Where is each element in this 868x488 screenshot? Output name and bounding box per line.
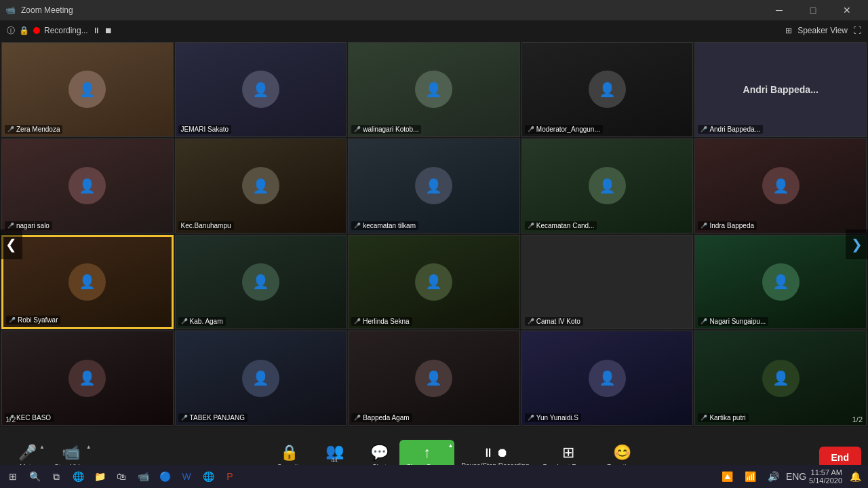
mute-caret[interactable]: ▲ <box>39 444 45 450</box>
mic-muted-icon-18: 🎤 <box>354 415 361 421</box>
video-cell-5[interactable]: Andri Bappeda... 🎤 Andri Bappeda... <box>694 42 867 137</box>
edge-taskbar-icon[interactable]: 🌐 <box>68 466 88 487</box>
stop-recording-btn[interactable]: ⏹ <box>104 26 113 35</box>
language-indicator[interactable]: ENG <box>786 466 806 487</box>
next-page-button[interactable]: ❯ <box>846 229 868 259</box>
recording-label: Recording... <box>44 26 88 35</box>
video-cell-7[interactable]: 👤 Kec.Banuhampu <box>175 138 347 233</box>
notification-icon[interactable]: 🔼 <box>717 466 737 487</box>
taskbar-right: 🔼 📶 🔊 ENG 11:57 AM 5/14/2020 🔔 <box>717 466 865 487</box>
breakout-icon: ⊞ <box>562 444 574 462</box>
zoom-taskbar-icon[interactable]: 📹 <box>133 466 153 487</box>
chrome-taskbar-icon[interactable]: 🌐 <box>198 466 218 487</box>
mic-muted-icon-8: 🎤 <box>354 223 361 229</box>
participant-label-7: Kec.Banuhampu <box>178 221 234 230</box>
mic-muted-icon-19: 🎤 <box>528 415 534 421</box>
start-button[interactable]: ⊞ <box>3 466 23 487</box>
notifications-button[interactable]: 🔔 <box>845 466 865 487</box>
video-cell-1[interactable]: 👤 🎤 Zera Mendoza <box>1 42 174 137</box>
video-cell-12[interactable]: 👤 🎤 Kab. Agam <box>175 235 347 330</box>
participant-name-5: Andri Bappeda... <box>743 84 818 95</box>
prev-page-button[interactable]: ❮ <box>0 229 22 259</box>
video-cell-6[interactable]: 👤 🎤 nagari salo <box>1 138 174 233</box>
window-title: Zoom Meeting <box>21 5 73 15</box>
video-cell-19[interactable]: 👤 🎤 Yun Yunaidi.S <box>521 331 694 426</box>
participant-label-1: 🎤 Zera Mendoza <box>5 125 62 134</box>
video-cell-14[interactable]: 🎤 Camat IV Koto <box>521 235 694 330</box>
mic-muted-icon-15: 🎤 <box>701 318 707 324</box>
reactions-icon: 😊 <box>613 444 631 462</box>
date-display: 5/14/2020 <box>809 476 842 485</box>
mic-muted-icon-13: 🎤 <box>354 318 361 324</box>
video-cell-8[interactable]: 👤 🎤 kecamatan tilkam <box>348 138 520 233</box>
participant-label-13: 🎤 Herlinda Sekna <box>351 317 412 326</box>
title-bar-left: 📹 Zoom Meeting <box>5 5 73 15</box>
maximize-button[interactable]: □ <box>797 0 829 20</box>
video-cell-16[interactable]: 👤 🎤 KEC BASO <box>1 331 174 426</box>
participant-label-19: 🎤 Yun Yunaidi.S <box>525 413 581 422</box>
speaker-view-icon: ⊞ <box>785 26 792 35</box>
security-shield-icon[interactable]: 🔒 <box>19 26 29 35</box>
volume-icon[interactable]: 🔊 <box>763 466 783 487</box>
speaker-view-label[interactable]: Speaker View <box>797 26 848 35</box>
mic-muted-icon-6: 🎤 <box>7 223 14 229</box>
ppt-taskbar-icon[interactable]: P <box>220 466 240 487</box>
video-cell-18[interactable]: 👤 🎤 Bappeda Agam <box>348 331 520 426</box>
title-bar-controls[interactable]: ─ □ ✕ <box>764 0 863 20</box>
network-icon[interactable]: 📶 <box>740 466 760 487</box>
store-taskbar-icon[interactable]: 🛍 <box>111 466 132 487</box>
participant-label-17: 🎤 TABEK PANJANG <box>178 413 248 422</box>
ie-taskbar-icon[interactable]: 🔵 <box>155 466 175 487</box>
taskbar-clock: 11:57 AM 5/14/2020 <box>809 468 842 485</box>
participant-label-4: 🎤 Moderator_Anggun... <box>525 125 603 134</box>
video-cell-15[interactable]: 👤 🎤 Nagari Sungaipu... <box>694 235 867 330</box>
participant-label-5: 🎤 Andri Bappeda... <box>698 125 763 134</box>
mic-muted-icon-4: 🎤 <box>528 126 534 132</box>
video-cell-17[interactable]: 👤 🎤 TABEK PANJANG <box>175 331 347 426</box>
recording-left: ⓘ 🔒 Recording... ⏸ ⏹ <box>7 25 113 37</box>
title-bar: 📹 Zoom Meeting ─ □ ✕ <box>0 0 868 20</box>
mic-muted-icon-1: 🎤 <box>7 126 14 132</box>
taskbar-left: ⊞ 🔍 ⧉ 🌐 📁 🛍 📹 🔵 W 🌐 P <box>3 466 240 487</box>
participant-label-12: 🎤 Kab. Agam <box>178 317 226 326</box>
info-icon[interactable]: ⓘ <box>7 25 15 37</box>
video-cell-4[interactable]: 👤 🎤 Moderator_Anggun... <box>521 42 694 137</box>
recording-dot <box>33 27 40 34</box>
video-grid: 👤 🎤 Zera Mendoza 👤 JEMARI Sakato 👤 🎤 wal… <box>0 41 868 427</box>
page-indicator-right: 1/2 <box>852 415 863 424</box>
video-cell-20[interactable]: 👤 🎤 Kartika putri <box>694 331 867 426</box>
participant-label-9: 🎤 Kecamatan Cand... <box>525 221 597 230</box>
video-cell-2[interactable]: 👤 JEMARI Sakato <box>175 42 347 137</box>
video-cell-10[interactable]: 👤 🎤 Indra Bappeda <box>694 138 867 233</box>
pause-recording-btn[interactable]: ⏸ <box>92 26 100 35</box>
video-cell-13[interactable]: 👤 🎤 Herlinda Sekna <box>348 235 520 330</box>
minimize-button[interactable]: ─ <box>764 0 795 20</box>
chat-icon: 💬 <box>370 444 389 462</box>
participant-label-8: 🎤 kecamatan tilkam <box>351 221 418 230</box>
video-cell-9[interactable]: 👤 🎤 Kecamatan Cand... <box>521 138 694 233</box>
close-button[interactable]: ✕ <box>831 0 863 20</box>
stop-icon: ⏺ <box>496 446 509 460</box>
participants-count: 44 <box>331 457 338 464</box>
task-view-button[interactable]: ⧉ <box>46 466 66 487</box>
video-cell-3[interactable]: 👤 🎤 walinagari Kotob... <box>348 42 520 137</box>
search-button[interactable]: 🔍 <box>24 466 45 487</box>
participant-label-18: 🎤 Bappeda Agam <box>351 413 412 422</box>
participant-label-15: 🎤 Nagari Sungaipu... <box>698 317 768 326</box>
microphone-icon: 🎤 <box>18 444 37 462</box>
recording-right: ⊞ Speaker View ⛶ <box>785 26 861 35</box>
zoom-icon: 📹 <box>5 5 16 15</box>
video-caret[interactable]: ▲ <box>86 444 92 450</box>
video-cell-11[interactable]: 👤 🎤 Robi Syafwar <box>1 235 174 330</box>
mic-muted-icon-10: 🎤 <box>701 223 707 229</box>
share-caret[interactable]: ▲ <box>448 443 453 449</box>
recording-bar: ⓘ 🔒 Recording... ⏸ ⏹ ⊞ Speaker View ⛶ <box>0 20 868 41</box>
mic-muted-icon-11: 🎤 <box>9 317 16 323</box>
page-indicator-left: 1/2 <box>5 415 16 424</box>
participant-label-14: 🎤 Camat IV Koto <box>525 317 583 326</box>
pause-icon: ⏸ <box>482 446 494 460</box>
fullscreen-icon[interactable]: ⛶ <box>853 26 861 35</box>
file-explorer-taskbar-icon[interactable]: 📁 <box>90 466 110 487</box>
word-taskbar-icon[interactable]: W <box>176 466 197 487</box>
mic-muted-icon-20: 🎤 <box>701 415 707 421</box>
